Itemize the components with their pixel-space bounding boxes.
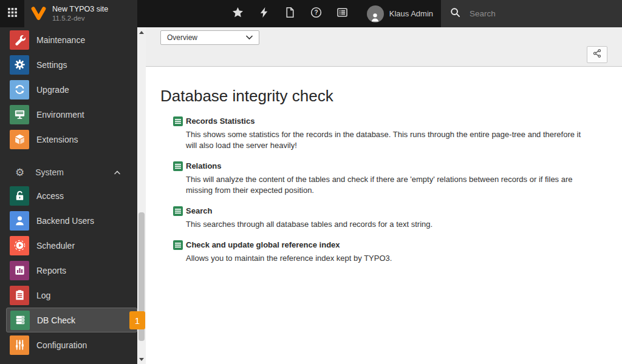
module-group-system-items: Access Backend Users Scheduler — [0, 183, 137, 357]
sidebar-item-db-check[interactable]: DB Check 1 — [6, 308, 137, 332]
sidebar-item-label: Configuration — [36, 340, 87, 350]
topbar-search — [441, 0, 622, 27]
sidebar-item-configuration[interactable]: Configuration — [0, 332, 137, 357]
bolt-icon — [258, 7, 270, 21]
sidebar-item-label: DB Check — [37, 315, 75, 325]
system-gear-icon: ⚙ — [15, 167, 24, 178]
table-icon — [173, 116, 183, 126]
sidebar-item-access[interactable]: Access — [0, 183, 137, 208]
document-icon — [284, 7, 296, 21]
sidebar-group-label: System — [35, 167, 114, 177]
table-icon — [173, 206, 183, 216]
user-menu-button[interactable]: Klaus Admin — [367, 5, 433, 22]
clear-cache-button[interactable] — [257, 7, 272, 21]
chevron-down-icon — [246, 33, 253, 42]
sidebar-item-label: Access — [36, 191, 64, 201]
system-information-button[interactable] — [335, 7, 350, 21]
sidebar-item-label: Extensions — [36, 135, 78, 144]
chevron-up-icon — [114, 167, 121, 178]
sidebar-item-scheduler[interactable]: Scheduler — [0, 233, 137, 258]
play-circle-icon — [10, 236, 29, 255]
module-body: Database integrity check Records Statist… — [146, 67, 622, 264]
triangle-up-icon — [139, 31, 144, 34]
module-group-admin-tools: Maintenance Settings — [0, 27, 137, 152]
page-title: Database integrity check — [160, 87, 607, 106]
sidebar-item-label: Settings — [36, 60, 67, 70]
refresh-icon — [10, 80, 29, 99]
check-item-reference-index: Check and update global reference index … — [173, 240, 593, 264]
unlock-icon — [10, 186, 29, 206]
sidebar-item-backend-users[interactable]: Backend Users — [0, 208, 137, 233]
sliders-icon — [10, 335, 29, 355]
search-input[interactable] — [468, 8, 613, 19]
sidebar-item-label: Log — [36, 291, 50, 300]
content-area: Overview Database integrity check Record… — [146, 27, 622, 364]
check-title: Relations — [186, 161, 593, 171]
sidebar-group-system[interactable]: ⚙ System — [0, 161, 137, 183]
site-logo-block[interactable]: New TYPO3 site 11.5.2-dev — [24, 0, 137, 27]
check-item-records-statistics: Records Statistics This shows some stati… — [173, 116, 593, 151]
person-icon — [10, 211, 29, 231]
help-icon: ? — [310, 7, 322, 21]
open-document-button[interactable] — [283, 7, 298, 21]
sidebar-item-extensions[interactable]: Extensions — [0, 127, 137, 152]
share-icon — [592, 49, 602, 61]
topbar: New TYPO3 site 11.5.2-dev — [0, 0, 622, 27]
sidebar-item-label: Upgrade — [36, 85, 69, 95]
check-list: Records Statistics This shows some stati… — [173, 116, 607, 264]
scrollbar-down-button[interactable] — [137, 355, 146, 363]
clipboard-icon — [10, 286, 29, 305]
check-title: Check and update global reference index — [186, 240, 593, 250]
search-icon — [450, 7, 460, 20]
site-version: 11.5.2-dev — [52, 14, 108, 22]
check-description: This searches through all database table… — [186, 219, 593, 230]
avatar — [367, 5, 384, 22]
check-description: Allows you to maintain the reference ind… — [186, 253, 593, 264]
sidebar-item-label: Backend Users — [36, 216, 94, 226]
function-dropdown[interactable]: Overview — [160, 30, 259, 45]
triangle-down-icon — [139, 358, 144, 361]
function-dropdown-value: Overview — [167, 33, 197, 42]
share-button[interactable] — [587, 46, 607, 63]
check-item-search: Search This searches through all databas… — [173, 206, 593, 230]
module-menu-sidebar: Maintenance Settings — [0, 27, 146, 364]
sidebar-item-environment[interactable]: Environment — [0, 102, 137, 127]
list-panel-icon — [337, 7, 348, 21]
sidebar-item-label: Maintenance — [36, 35, 85, 45]
check-item-relations: Relations This will analyze the content … — [173, 161, 593, 196]
site-name: New TYPO3 site — [52, 5, 108, 15]
monitor-icon — [10, 105, 29, 124]
svg-text:?: ? — [315, 9, 318, 16]
grid-icon — [7, 7, 18, 20]
bar-chart-icon — [10, 261, 29, 280]
module-menu: Maintenance Settings — [0, 27, 137, 357]
cube-icon — [10, 130, 29, 149]
sidebar-item-reports[interactable]: Reports — [0, 258, 137, 283]
wrench-icon — [10, 30, 29, 50]
gear-icon — [10, 55, 29, 75]
module-menu-toggle-button[interactable] — [0, 0, 24, 27]
docheader: Overview — [146, 27, 622, 67]
topbar-toolbar: ? Klaus Admin — [137, 0, 441, 27]
star-icon — [232, 7, 244, 21]
sidebar-item-maintenance[interactable]: Maintenance — [0, 27, 137, 52]
scrollbar-up-button[interactable] — [137, 28, 146, 36]
help-button[interactable]: ? — [309, 7, 324, 21]
bookmarks-button[interactable] — [231, 7, 245, 21]
sidebar-item-label: Scheduler — [36, 241, 75, 251]
table-icon — [173, 161, 183, 171]
typo3-logo-icon — [31, 7, 46, 21]
sidebar-item-settings[interactable]: Settings — [0, 52, 137, 77]
db-check-count-badge: 1 — [129, 311, 145, 329]
username: Klaus Admin — [389, 9, 433, 18]
check-title: Records Statistics — [186, 116, 593, 126]
table-icon — [173, 240, 183, 250]
database-stack-icon — [10, 311, 30, 330]
check-title: Search — [186, 206, 593, 216]
site-meta: New TYPO3 site 11.5.2-dev — [52, 5, 108, 23]
sidebar-item-log[interactable]: Log — [0, 283, 137, 308]
check-description: This shows some statistics for the recor… — [186, 129, 593, 151]
sidebar-item-label: Reports — [36, 266, 66, 275]
sidebar-item-upgrade[interactable]: Upgrade — [0, 77, 137, 102]
sidebar-item-label: Environment — [36, 110, 84, 120]
